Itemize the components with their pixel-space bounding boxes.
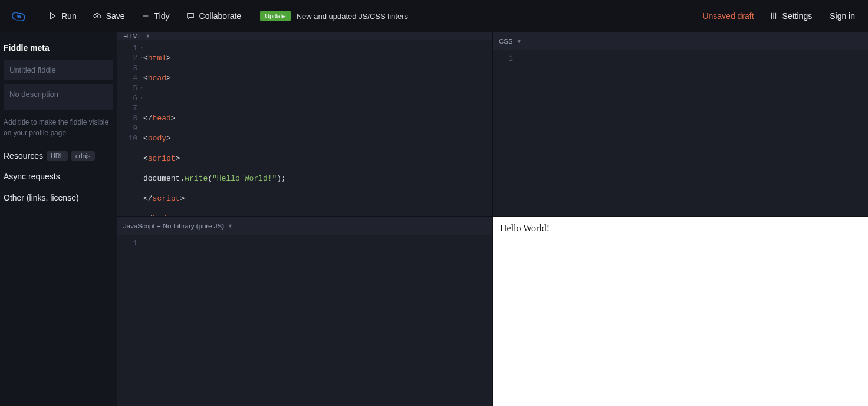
sidebar: Fiddle meta Add title to make the fiddle… — [0, 32, 117, 406]
resources-label: Resources — [4, 151, 43, 161]
settings-label: Settings — [782, 11, 813, 21]
tidy-button[interactable]: Tidy — [136, 8, 176, 24]
collaborate-button[interactable]: Collaborate — [180, 8, 248, 24]
run-label: Run — [61, 11, 77, 21]
sliders-icon — [770, 12, 778, 20]
logo-icon[interactable] — [11, 7, 28, 25]
js-editor[interactable]: 1 — [117, 235, 492, 406]
editor-grid: HTML ▼ 1 2 3 4 5 6 7 8 9 10 — [117, 32, 868, 406]
result-text: Hello World! — [500, 223, 550, 233]
js-pane-title[interactable]: JavaScript + No-Library (pure JS) ▼ — [123, 222, 233, 230]
run-button[interactable]: Run — [42, 8, 83, 24]
js-code[interactable] — [143, 238, 492, 406]
css-editor[interactable]: 1 — [493, 50, 868, 216]
css-gutter: 1 — [493, 54, 519, 216]
other-section[interactable]: Other (links, license) — [4, 189, 113, 207]
chevron-down-icon: ▼ — [517, 38, 522, 44]
fiddle-description-input[interactable] — [4, 84, 113, 110]
result-pane: Hello World! — [492, 216, 868, 406]
html-pane-title[interactable]: HTML ▼ — [123, 32, 150, 40]
chat-icon — [186, 12, 195, 20]
async-requests-section[interactable]: Async requests — [4, 168, 113, 185]
save-label: Save — [106, 11, 125, 21]
tidy-label: Tidy — [154, 11, 170, 21]
settings-button[interactable]: Settings — [764, 8, 818, 24]
resources-section[interactable]: Resources URL cdnjs — [4, 148, 113, 164]
signin-button[interactable]: Sign in — [825, 8, 860, 24]
fiddle-meta-hint: Add title to make the fiddle visible on … — [4, 113, 113, 144]
html-pane: HTML ▼ 1 2 3 4 5 6 7 8 9 10 — [117, 32, 492, 216]
js-gutter: 1 — [117, 238, 143, 406]
css-pane-title[interactable]: CSS ▼ — [499, 38, 522, 45]
list-icon — [142, 12, 150, 20]
update-text[interactable]: New and updated JS/CSS linters — [297, 12, 408, 21]
css-code[interactable] — [519, 54, 868, 216]
js-pane: JavaScript + No-Library (pure JS) ▼ 1 — [117, 216, 492, 406]
chevron-down-icon: ▼ — [145, 33, 150, 39]
resources-pill-cdnjs[interactable]: cdnjs — [71, 151, 95, 161]
resources-pill-url[interactable]: URL — [47, 151, 68, 161]
fiddle-title-input[interactable] — [4, 60, 113, 80]
fiddle-meta-heading[interactable]: Fiddle meta — [4, 41, 113, 56]
cloud-upload-icon — [93, 12, 101, 20]
collaborate-label: Collaborate — [199, 11, 242, 21]
unsaved-draft-label: Unsaved draft — [702, 11, 754, 21]
top-navbar: Run Save Tidy Collaborate Update New and… — [0, 0, 868, 32]
css-pane: CSS ▼ 1 — [492, 32, 868, 216]
result-output: Hello World! — [493, 217, 868, 240]
play-icon — [48, 12, 57, 20]
update-badge[interactable]: Update — [260, 11, 290, 21]
chevron-down-icon: ▼ — [228, 223, 233, 229]
save-button[interactable]: Save — [87, 8, 131, 24]
